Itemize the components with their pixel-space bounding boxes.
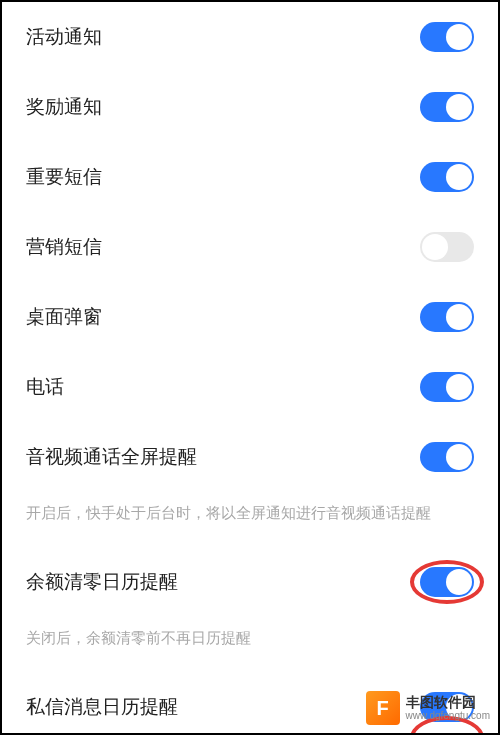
toggle-knob [446,444,472,470]
toggle-knob [446,569,472,595]
toggle-knob [446,94,472,120]
toggle-phone[interactable] [420,372,474,402]
toggle-desktop-popup[interactable] [420,302,474,332]
watermark-title: 丰图软件园 [406,695,491,710]
setting-label: 营销短信 [26,234,102,260]
watermark-logo-icon: F [366,691,400,725]
toggle-knob [446,374,472,400]
setting-label: 重要短信 [26,164,102,190]
toggle-activity-notify[interactable] [420,22,474,52]
watermark-text: 丰图软件园 www.dgfengtu.com [406,695,491,721]
toggle-balance-calendar[interactable] [420,567,474,597]
setting-label: 余额清零日历提醒 [26,569,178,595]
setting-description: 开启后，快手处于后台时，将以全屏通知进行音视频通话提醒 [2,492,498,547]
setting-row-desktop-popup: 桌面弹窗 [2,282,498,352]
setting-row-video-call-fullscreen: 音视频通话全屏提醒 [2,422,498,492]
setting-description: 关闭后，余额清零前不再日历提醒 [2,617,498,672]
setting-row-phone: 电话 [2,352,498,422]
toggle-knob [422,234,448,260]
setting-row-marketing-sms: 营销短信 [2,212,498,282]
toggle-video-call-fullscreen[interactable] [420,442,474,472]
setting-row-reward-notify: 奖励通知 [2,72,498,142]
setting-label: 私信消息日历提醒 [26,694,178,720]
setting-row-balance-calendar: 余额清零日历提醒 [2,547,498,617]
setting-label: 活动通知 [26,24,102,50]
toggle-knob [446,24,472,50]
setting-row-important-sms: 重要短信 [2,142,498,212]
toggle-important-sms[interactable] [420,162,474,192]
setting-label: 桌面弹窗 [26,304,102,330]
setting-label: 音视频通话全屏提醒 [26,444,197,470]
watermark-url: www.dgfengtu.com [406,710,491,721]
toggle-knob [446,164,472,190]
setting-label: 奖励通知 [26,94,102,120]
setting-label: 电话 [26,374,64,400]
watermark: F 丰图软件园 www.dgfengtu.com [366,691,491,725]
setting-row-activity-notify: 活动通知 [2,2,498,72]
settings-list: 活动通知 奖励通知 重要短信 营销短信 桌面弹窗 电话 音视频通话全屏提醒 开启… [2,2,498,735]
toggle-reward-notify[interactable] [420,92,474,122]
toggle-knob [446,304,472,330]
toggle-marketing-sms[interactable] [420,232,474,262]
